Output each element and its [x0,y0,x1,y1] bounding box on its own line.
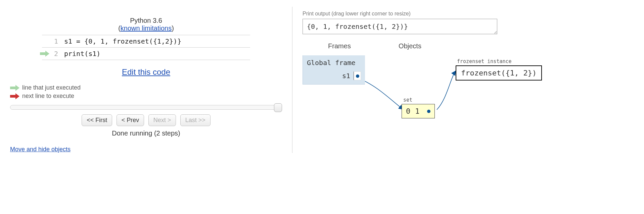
frozenset-type-label: frozenset instance [457,58,512,64]
pointer-box [354,71,361,80]
status-text: Done running (2 steps) [10,129,282,137]
frames-header: Frames [303,42,376,50]
last-button[interactable]: Last >> [180,114,211,126]
frame-title: Global frame [307,59,361,67]
pointer-dot-icon [356,74,359,78]
var-name: s1 [342,72,350,80]
next-button[interactable]: Next > [148,114,176,126]
prev-button[interactable]: < Prev [117,114,144,126]
arrow-right-icon [10,93,19,99]
move-hide-link[interactable]: Move and hide objects [10,146,71,153]
python-version: Python 3.6 [10,17,282,24]
pointer-dot-icon [427,110,430,113]
first-button[interactable]: << First [82,114,112,126]
code-text: print(s1) [62,48,250,60]
frozenset-object[interactable]: frozenset({1, 2}) [456,65,542,81]
slider-thumb[interactable] [274,103,282,112]
edit-code-link[interactable]: Edit this code [122,67,170,76]
set-object[interactable]: 0 1 [402,104,435,118]
known-limitations-link[interactable]: known limitations [121,24,172,32]
legend-just-executed: line that just executed [10,84,282,91]
code-line: 2 print(s1) [42,48,250,60]
code-line: 1 s1 = {0, 1, frozenset({1,2})} [42,35,250,48]
set-item: 0 [406,107,410,115]
objects-header: Objects [376,42,444,50]
step-slider[interactable] [10,105,282,110]
just-executed-arrow-icon [40,51,49,57]
set-type-label: set [403,97,412,103]
legend-next-execute-label: next line to execute [22,93,74,100]
code-text: s1 = {0, 1, frozenset({1,2})} [62,35,250,48]
legend-just-executed-label: line that just executed [22,84,81,91]
line-number: 2 [42,48,62,60]
line-number: 1 [42,35,62,48]
global-frame[interactable]: Global frame s1 [303,55,365,85]
output-label: Print output (drag lower right corner to… [303,11,634,17]
arrow-right-icon [10,85,19,91]
code-block: 1 s1 = {0, 1, frozenset({1,2})} 2 print(… [42,35,250,60]
legend-next-execute: next line to execute [10,93,282,100]
known-limitations: (known limitations) [10,24,282,32]
output-box[interactable]: {0, 1, frozenset({1, 2})} [303,19,497,34]
frame-variable: s1 [307,71,361,80]
set-item: 1 [415,107,419,115]
